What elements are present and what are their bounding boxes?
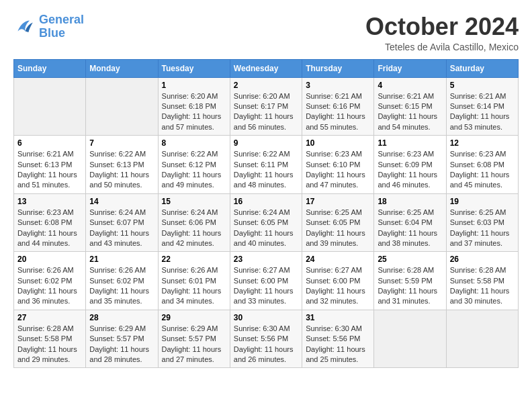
daylight-label: Daylight: 11 hours and 53 minutes. <box>450 112 510 130</box>
day-info: Sunrise: 6:25 AM Sunset: 6:05 PM Dayligh… <box>306 208 370 249</box>
calendar-cell: 31 Sunrise: 6:30 AM Sunset: 5:56 PM Dayl… <box>302 310 374 368</box>
day-info: Sunrise: 6:23 AM Sunset: 6:08 PM Dayligh… <box>450 149 515 191</box>
day-number: 3 <box>306 81 370 90</box>
day-number: 9 <box>234 138 298 148</box>
daylight-label: Daylight: 11 hours and 33 minutes. <box>234 287 294 305</box>
day-number: 23 <box>234 255 298 264</box>
daylight-label: Daylight: 11 hours and 49 minutes. <box>162 171 222 189</box>
sunrise-label: Sunrise: 6:25 AM <box>450 208 506 216</box>
sunrise-label: Sunrise: 6:20 AM <box>234 92 290 100</box>
logo: General Blue <box>13 13 84 40</box>
sunset-label: Sunset: 6:00 PM <box>234 277 288 285</box>
calendar-cell: 26 Sunrise: 6:28 AM Sunset: 5:58 PM Dayl… <box>446 252 518 310</box>
day-number: 12 <box>450 138 515 148</box>
calendar-cell: 25 Sunrise: 6:28 AM Sunset: 5:59 PM Dayl… <box>374 252 446 310</box>
sunset-label: Sunset: 5:56 PM <box>234 334 288 342</box>
sunrise-label: Sunrise: 6:26 AM <box>17 266 74 274</box>
sunset-label: Sunset: 6:03 PM <box>450 218 504 226</box>
calendar-week-5: 27 Sunrise: 6:28 AM Sunset: 5:58 PM Dayl… <box>14 310 519 368</box>
calendar-cell: 12 Sunrise: 6:23 AM Sunset: 6:08 PM Dayl… <box>446 136 518 194</box>
sunset-label: Sunset: 6:06 PM <box>162 218 216 226</box>
day-number: 30 <box>234 313 298 322</box>
sunset-label: Sunset: 6:17 PM <box>234 102 288 110</box>
sunrise-label: Sunrise: 6:30 AM <box>306 324 362 332</box>
day-number: 17 <box>306 197 370 206</box>
calendar-cell: 21 Sunrise: 6:26 AM Sunset: 6:02 PM Dayl… <box>86 252 158 310</box>
sunrise-label: Sunrise: 6:23 AM <box>450 150 506 158</box>
day-info: Sunrise: 6:25 AM Sunset: 6:03 PM Dayligh… <box>450 208 515 249</box>
day-number: 24 <box>306 255 370 264</box>
day-number: 29 <box>162 313 226 322</box>
daylight-label: Daylight: 11 hours and 47 minutes. <box>306 171 365 189</box>
calendar-header-row: SundayMondayTuesdayWednesdayThursdayFrid… <box>14 59 519 77</box>
daylight-label: Daylight: 11 hours and 27 minutes. <box>162 345 222 363</box>
calendar-cell: 8 Sunrise: 6:22 AM Sunset: 6:12 PM Dayli… <box>158 136 230 194</box>
day-info: Sunrise: 6:21 AM Sunset: 6:16 PM Dayligh… <box>306 91 370 133</box>
day-info: Sunrise: 6:29 AM Sunset: 5:57 PM Dayligh… <box>89 324 154 365</box>
sunrise-label: Sunrise: 6:24 AM <box>234 208 290 216</box>
daylight-label: Daylight: 11 hours and 30 minutes. <box>450 287 510 305</box>
daylight-label: Daylight: 11 hours and 31 minutes. <box>378 287 437 305</box>
calendar-cell <box>374 310 446 368</box>
sunset-label: Sunset: 6:01 PM <box>162 277 216 285</box>
sunrise-label: Sunrise: 6:21 AM <box>17 150 74 158</box>
sunrise-label: Sunrise: 6:27 AM <box>234 266 290 274</box>
sunset-label: Sunset: 6:13 PM <box>89 161 144 169</box>
sunset-label: Sunset: 6:13 PM <box>17 161 72 169</box>
day-number: 2 <box>234 81 298 90</box>
sunset-label: Sunset: 5:56 PM <box>306 334 360 342</box>
day-number: 7 <box>89 138 154 148</box>
daylight-label: Daylight: 11 hours and 39 minutes. <box>306 229 365 247</box>
day-info: Sunrise: 6:26 AM Sunset: 6:02 PM Dayligh… <box>89 265 154 307</box>
day-number: 5 <box>450 81 515 90</box>
weekday-header-friday: Friday <box>374 59 446 77</box>
day-number: 20 <box>17 255 82 264</box>
day-number: 21 <box>89 255 154 264</box>
sunset-label: Sunset: 5:58 PM <box>450 277 504 285</box>
logo-icon <box>13 16 35 38</box>
day-number: 26 <box>450 255 515 264</box>
daylight-label: Daylight: 11 hours and 32 minutes. <box>306 287 365 305</box>
calendar-cell: 14 Sunrise: 6:24 AM Sunset: 6:07 PM Dayl… <box>86 193 158 252</box>
calendar-cell: 2 Sunrise: 6:20 AM Sunset: 6:17 PM Dayli… <box>230 77 302 136</box>
daylight-label: Daylight: 11 hours and 36 minutes. <box>17 287 77 305</box>
calendar-cell: 6 Sunrise: 6:21 AM Sunset: 6:13 PM Dayli… <box>14 136 86 194</box>
sunrise-label: Sunrise: 6:22 AM <box>89 150 146 158</box>
sunrise-label: Sunrise: 6:23 AM <box>378 150 434 158</box>
day-info: Sunrise: 6:30 AM Sunset: 5:56 PM Dayligh… <box>306 324 370 365</box>
sunset-label: Sunset: 6:02 PM <box>89 277 144 285</box>
calendar-cell: 16 Sunrise: 6:24 AM Sunset: 6:05 PM Dayl… <box>230 193 302 252</box>
daylight-label: Daylight: 11 hours and 44 minutes. <box>17 229 77 247</box>
calendar-cell: 7 Sunrise: 6:22 AM Sunset: 6:13 PM Dayli… <box>86 136 158 194</box>
calendar-cell <box>446 310 518 368</box>
weekday-header-thursday: Thursday <box>302 59 374 77</box>
calendar-cell: 28 Sunrise: 6:29 AM Sunset: 5:57 PM Dayl… <box>86 310 158 368</box>
month-title: October 2024 <box>365 13 519 40</box>
sunrise-label: Sunrise: 6:21 AM <box>378 92 434 100</box>
calendar-cell: 24 Sunrise: 6:27 AM Sunset: 6:00 PM Dayl… <box>302 252 374 310</box>
calendar-cell <box>14 77 86 136</box>
page-header: General Blue October 2024 Teteles de Avi… <box>13 13 519 52</box>
sunset-label: Sunset: 6:18 PM <box>162 102 216 110</box>
sunset-label: Sunset: 5:57 PM <box>162 334 216 342</box>
day-number: 4 <box>378 81 442 90</box>
daylight-label: Daylight: 11 hours and 26 minutes. <box>234 345 294 363</box>
day-number: 14 <box>89 197 154 206</box>
daylight-label: Daylight: 11 hours and 38 minutes. <box>378 229 437 247</box>
day-number: 28 <box>89 313 154 322</box>
daylight-label: Daylight: 11 hours and 25 minutes. <box>306 345 365 363</box>
day-info: Sunrise: 6:23 AM Sunset: 6:08 PM Dayligh… <box>17 208 82 249</box>
daylight-label: Daylight: 11 hours and 50 minutes. <box>89 171 149 189</box>
day-info: Sunrise: 6:20 AM Sunset: 6:17 PM Dayligh… <box>234 91 298 133</box>
sunset-label: Sunset: 6:11 PM <box>234 161 288 169</box>
day-number: 1 <box>162 81 226 90</box>
weekday-header-monday: Monday <box>86 59 158 77</box>
daylight-label: Daylight: 11 hours and 34 minutes. <box>162 287 222 305</box>
day-number: 8 <box>162 138 226 148</box>
calendar-cell: 15 Sunrise: 6:24 AM Sunset: 6:06 PM Dayl… <box>158 193 230 252</box>
sunrise-label: Sunrise: 6:26 AM <box>89 266 146 274</box>
day-info: Sunrise: 6:23 AM Sunset: 6:10 PM Dayligh… <box>306 149 370 191</box>
sunset-label: Sunset: 6:05 PM <box>306 218 360 226</box>
calendar-cell: 22 Sunrise: 6:26 AM Sunset: 6:01 PM Dayl… <box>158 252 230 310</box>
day-info: Sunrise: 6:21 AM Sunset: 6:13 PM Dayligh… <box>17 149 82 191</box>
